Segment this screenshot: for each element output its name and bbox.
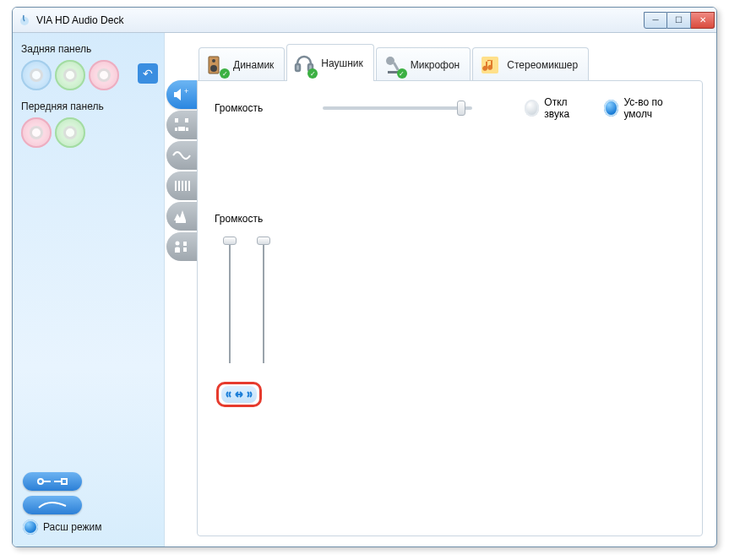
tab-microphone[interactable]: ✓ Микрофон — [376, 47, 471, 81]
jack-rear-blue[interactable] — [21, 60, 52, 90]
rear-panel-label: Задняя панель — [21, 43, 155, 55]
svg-rect-4 — [175, 118, 178, 122]
tool-button[interactable] — [23, 496, 82, 514]
window-title: VIA HD Audio Deck — [36, 14, 644, 26]
tab-speaker-label: Динамик — [233, 59, 274, 71]
svg-rect-9 — [176, 220, 186, 223]
jack-front-pink[interactable] — [21, 117, 52, 148]
main-area: ✓ Динамик ✓ Наушник ✓ Микрофон — [197, 33, 716, 546]
mute-label: Откл звука — [544, 96, 589, 120]
mute-option[interactable]: Откл звука — [525, 96, 589, 120]
right-channel-slider[interactable] — [257, 237, 270, 363]
side-tab-strip: + — [165, 33, 197, 546]
tab-headphone[interactable]: ✓ Наушник — [286, 44, 373, 81]
speaker-layout-icon — [173, 117, 190, 133]
left-channel-slider[interactable] — [223, 237, 237, 363]
check-icon: ✓ — [307, 68, 318, 79]
device-tabs: ✓ Динамик ✓ Наушник ✓ Микрофон — [199, 41, 703, 80]
environment-icon — [172, 209, 191, 224]
tab-stereomix-label: Стереомикшер — [507, 59, 578, 71]
jack-rear-pink[interactable] — [89, 60, 119, 90]
link-icon — [221, 386, 257, 403]
svg-point-10 — [176, 242, 180, 246]
jack-front-green[interactable] — [55, 117, 85, 148]
music-note-icon — [478, 53, 502, 77]
bottom-controls: Расш режим — [23, 472, 101, 535]
front-panel-label: Передняя панель — [21, 101, 155, 112]
svg-rect-5 — [185, 118, 188, 122]
tab-microphone-label: Микрофон — [411, 59, 460, 71]
default-device-option[interactable]: Ус-во по умолч — [604, 96, 685, 120]
check-icon: ✓ — [397, 68, 407, 79]
link-channels-button[interactable] — [216, 382, 262, 407]
svg-rect-8 — [186, 128, 188, 131]
equalizer-icon — [173, 179, 190, 193]
channel-volume-label: Громкость — [215, 213, 263, 225]
svg-rect-6 — [178, 127, 185, 131]
master-volume-row: Громкость Откл звука Ус-во по умолч — [215, 96, 685, 120]
slider-rail — [263, 245, 264, 363]
slider-thumb[interactable] — [223, 237, 237, 245]
side-tab-room[interactable] — [166, 232, 197, 261]
radio-selected-icon — [604, 100, 618, 117]
svg-rect-7 — [175, 128, 177, 131]
svg-rect-11 — [183, 242, 187, 246]
svg-text:+: + — [184, 87, 188, 95]
radio-icon — [525, 100, 539, 117]
expand-mode-radio[interactable] — [23, 519, 38, 535]
tab-speaker[interactable]: ✓ Динамик — [199, 47, 285, 81]
tab-stereomix[interactable]: Стереомикшер — [472, 47, 589, 81]
back-button[interactable]: ↶ — [138, 63, 158, 84]
volume-label: Громкость — [215, 102, 263, 114]
title-bar[interactable]: VIA HD Audio Deck ─ ☐ ✕ — [13, 8, 716, 33]
slider-thumb[interactable] — [257, 237, 270, 245]
expand-mode-label: Расш режим — [43, 521, 101, 533]
app-window: VIA HD Audio Deck ─ ☐ ✕ Задняя панель ↶ … — [12, 7, 717, 547]
master-volume-slider[interactable] — [323, 106, 471, 110]
check-icon: ✓ — [220, 68, 230, 79]
person-speakers-icon — [172, 239, 191, 254]
svg-point-15 — [210, 65, 217, 72]
close-button[interactable]: ✕ — [691, 12, 715, 29]
sine-wave-icon — [172, 149, 191, 162]
undo-icon: ↶ — [143, 67, 153, 80]
speaker-plus-icon: + — [172, 87, 191, 102]
side-tab-speakers[interactable] — [166, 111, 197, 139]
front-jacks — [21, 117, 155, 148]
rear-jacks — [21, 60, 155, 90]
tab-headphone-label: Наушник — [321, 57, 362, 69]
slider-rail — [229, 245, 231, 363]
minimize-button[interactable]: ─ — [644, 12, 667, 29]
side-tab-eq[interactable] — [166, 171, 197, 200]
window-buttons: ─ ☐ ✕ — [644, 12, 715, 29]
mode-row[interactable]: Расш режим — [23, 519, 101, 535]
svg-rect-12 — [183, 247, 187, 252]
svg-point-14 — [212, 59, 215, 63]
maximize-button[interactable]: ☐ — [667, 12, 691, 29]
tab-content: Громкость Откл звука Ус-во по умолч — [197, 80, 703, 536]
connector-button[interactable] — [23, 472, 82, 491]
channel-sliders — [223, 237, 685, 363]
jack-rear-green[interactable] — [55, 60, 85, 90]
default-device-label: Ус-во по умолч — [623, 96, 685, 120]
side-tab-volume[interactable]: + — [166, 80, 197, 109]
side-tab-wave[interactable] — [166, 141, 197, 170]
svg-rect-2 — [62, 479, 67, 484]
svg-rect-16 — [296, 64, 300, 71]
left-panel: Задняя панель ↶ Передняя панель — [13, 33, 165, 546]
channel-volume-section: Громкость — [215, 213, 685, 407]
slider-thumb[interactable] — [457, 101, 465, 116]
body: Задняя панель ↶ Передняя панель — [13, 33, 716, 546]
side-tab-environment[interactable] — [166, 202, 197, 231]
svg-point-1 — [38, 479, 43, 484]
app-icon — [18, 14, 31, 27]
